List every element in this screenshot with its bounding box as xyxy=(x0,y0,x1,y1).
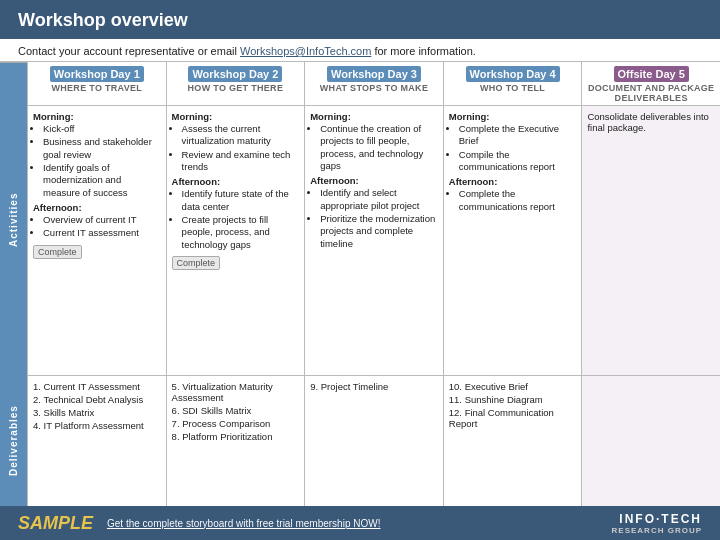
col-header-day2-title: Workshop Day 2 xyxy=(188,66,282,82)
col-header-day3-title: Workshop Day 3 xyxy=(327,66,421,82)
logo-bottom: RESEARCH GROUP xyxy=(612,526,702,535)
day3-morning-title: Morning: xyxy=(310,111,438,122)
logo-top: INFO·TECH xyxy=(612,512,702,526)
day1-afternoon-title: Afternoon: xyxy=(33,202,161,213)
deliverables-cell-day4: 10. Executive Brief 11. Sunshine Diagram… xyxy=(444,376,583,506)
activities-cell-day2: Morning: Assess the current virtualizati… xyxy=(167,106,306,375)
list-item: 11. Sunshine Diagram xyxy=(449,394,577,405)
list-item: Complete the communications report xyxy=(459,188,577,213)
list-item: Identify and select appropriate pilot pr… xyxy=(320,187,438,212)
subheader: Contact your account representative or e… xyxy=(0,39,720,61)
day4-afternoon-list: Complete the communications report xyxy=(459,188,577,213)
list-item: 8. Platform Prioritization xyxy=(172,431,300,442)
col-header-day2-sub: HOW TO GET THERE xyxy=(172,83,300,93)
activities-cell-day3: Morning: Continue the creation of projec… xyxy=(305,106,444,375)
col-header-day4-sub: WHO TO TELL xyxy=(449,83,577,93)
day4-afternoon-title: Afternoon: xyxy=(449,176,577,187)
col-header-day1-title: Workshop Day 1 xyxy=(50,66,144,82)
list-item: 5. Virtualization Maturity Assessment xyxy=(172,381,300,403)
page-header: Workshop overview xyxy=(0,0,720,39)
footer-logo: INFO·TECH RESEARCH GROUP xyxy=(612,512,702,535)
list-item: 3. Skills Matrix xyxy=(33,407,161,418)
list-item: 9. Project Timeline xyxy=(310,381,438,392)
list-item: Overview of current IT xyxy=(43,214,161,226)
subheader-text-post: for more information. xyxy=(371,45,476,57)
deliverables-cell-day1: 1. Current IT Assessment 2. Technical De… xyxy=(28,376,167,506)
day2-morning-list: Assess the current virtualization maturi… xyxy=(182,123,300,173)
list-item: 6. SDI Skills Matrix xyxy=(172,405,300,416)
deliverables-cell-day2: 5. Virtualization Maturity Assessment 6.… xyxy=(167,376,306,506)
list-item: Identify goals of modernization and meas… xyxy=(43,162,161,199)
list-item: Complete the Executive Brief xyxy=(459,123,577,148)
page: Workshop overview Contact your account r… xyxy=(0,0,720,540)
list-item: 10. Executive Brief xyxy=(449,381,577,392)
row-label-activities: Activities xyxy=(0,62,27,376)
list-item: 4. IT Platform Assessment xyxy=(33,420,161,431)
day2-morning-title: Morning: xyxy=(172,111,300,122)
activities-cell-day5: Consolidate deliverables into final pack… xyxy=(582,106,720,375)
day4-morning-list: Complete the Executive Brief Compile the… xyxy=(459,123,577,173)
list-item: Current IT assessment xyxy=(43,227,161,239)
day1-morning-title: Morning: xyxy=(33,111,161,122)
complete-badge-day2: Complete xyxy=(172,256,221,270)
col-header-day3: Workshop Day 3 WHAT STOPS TO MAKE xyxy=(305,62,444,106)
deliverables-cell-day3: 9. Project Timeline xyxy=(305,376,444,506)
subheader-text-pre: Contact your account representative or e… xyxy=(18,45,240,57)
row-label-deliverables: Deliverables xyxy=(0,376,27,506)
day3-afternoon-title: Afternoon: xyxy=(310,175,438,186)
list-item: 1. Current IT Assessment xyxy=(33,381,161,392)
col-header-day3-sub: WHAT STOPS TO MAKE xyxy=(310,83,438,93)
col-header-day4-title: Workshop Day 4 xyxy=(466,66,560,82)
day1-afternoon-list: Overview of current IT Current IT assess… xyxy=(43,214,161,240)
deliverables-cell-day5 xyxy=(582,376,720,506)
list-item: Assess the current virtualization maturi… xyxy=(182,123,300,148)
list-item: 12. Final Communication Report xyxy=(449,407,577,429)
complete-badge-day1: Complete xyxy=(33,245,82,259)
content-area: Workshop Day 1 WHERE TO TRAVEL Workshop … xyxy=(28,62,720,506)
list-item: Identify future state of the data center xyxy=(182,188,300,213)
day4-morning-title: Morning: xyxy=(449,111,577,122)
day2-afternoon-title: Afternoon: xyxy=(172,176,300,187)
main-table: Activities Deliverables Workshop Day 1 W… xyxy=(0,61,720,506)
day3-morning-list: Continue the creation of projects to fil… xyxy=(320,123,438,172)
activities-row: Morning: Kick-off Business and stakehold… xyxy=(28,106,720,376)
footer: SAMPLE Get the complete storyboard with … xyxy=(0,506,720,540)
col-header-day4: Workshop Day 4 WHO TO TELL xyxy=(444,62,583,106)
day3-afternoon-list: Identify and select appropriate pilot pr… xyxy=(320,187,438,250)
list-item: Review and examine tech trends xyxy=(182,149,300,174)
list-item: 7. Process Comparison xyxy=(172,418,300,429)
footer-link[interactable]: Get the complete storyboard with free tr… xyxy=(107,518,380,529)
page-title: Workshop overview xyxy=(18,10,188,30)
list-item: Prioritize the modernization projects an… xyxy=(320,213,438,250)
sample-label: SAMPLE xyxy=(18,513,93,534)
list-item: Continue the creation of projects to fil… xyxy=(320,123,438,172)
list-item: Kick-off xyxy=(43,123,161,135)
rows-area: Morning: Kick-off Business and stakehold… xyxy=(28,106,720,506)
list-item: 2. Technical Debt Analysis xyxy=(33,394,161,405)
row-label-col: Activities Deliverables xyxy=(0,62,28,506)
list-item: Create projects to fill people, process,… xyxy=(182,214,300,251)
activities-cell-day4: Morning: Complete the Executive Brief Co… xyxy=(444,106,583,375)
list-item: Business and stakeholder goal review xyxy=(43,136,161,161)
day1-morning-list: Kick-off Business and stakeholder goal r… xyxy=(43,123,161,199)
col-header-day1-sub: WHERE TO TRAVEL xyxy=(33,83,161,93)
col-header-day5-sub: DOCUMENT AND PACKAGE DELIVERABLES xyxy=(587,83,715,103)
activities-cell-day1: Morning: Kick-off Business and stakehold… xyxy=(28,106,167,375)
col-header-day5: Offsite Day 5 DOCUMENT AND PACKAGE DELIV… xyxy=(582,62,720,106)
col-headers: Workshop Day 1 WHERE TO TRAVEL Workshop … xyxy=(28,62,720,106)
col-header-day1: Workshop Day 1 WHERE TO TRAVEL xyxy=(28,62,167,106)
email-link[interactable]: Workshops@InfoTech.com xyxy=(240,45,371,57)
col-header-day2: Workshop Day 2 HOW TO GET THERE xyxy=(167,62,306,106)
day5-text: Consolidate deliverables into final pack… xyxy=(587,111,715,133)
list-item: Compile the communications report xyxy=(459,149,577,174)
day2-afternoon-list: Identify future state of the data center… xyxy=(182,188,300,251)
deliverables-row: 1. Current IT Assessment 2. Technical De… xyxy=(28,376,720,506)
col-header-day5-title: Offsite Day 5 xyxy=(614,66,689,82)
